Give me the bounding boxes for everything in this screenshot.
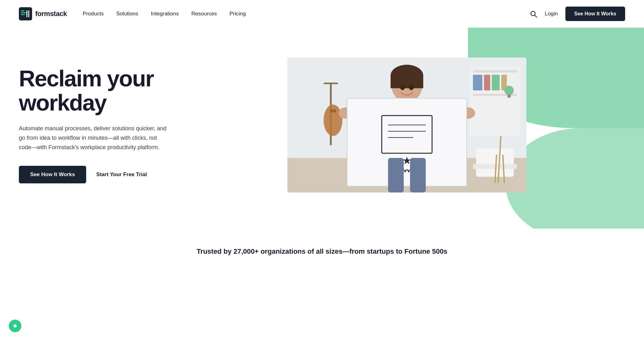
search-icon [530, 10, 537, 18]
svg-rect-50 [410, 158, 426, 192]
svg-rect-4 [26, 10, 27, 17]
nav-integrations[interactable]: Integrations [151, 11, 179, 17]
svg-point-48 [409, 84, 414, 90]
trust-text: Trusted by 27,000+ organizations of all … [19, 247, 625, 256]
svg-line-7 [535, 15, 537, 17]
svg-rect-2 [21, 12, 26, 13]
nav-pricing[interactable]: Pricing [230, 11, 246, 17]
svg-rect-1 [21, 10, 25, 11]
svg-rect-15 [492, 75, 500, 90]
hero-section: Reclaim your workday Automate manual pro… [0, 28, 644, 229]
hero-secondary-link[interactable]: Start Your Free Trial [96, 171, 147, 178]
nav-actions: Login See How It Works [530, 7, 625, 21]
svg-rect-25 [473, 164, 517, 169]
hero-illustration [287, 57, 526, 192]
trust-section: Trusted by 27,000+ organizations of all … [0, 229, 644, 268]
svg-point-47 [400, 84, 405, 90]
hero-primary-button[interactable]: See How It Works [19, 166, 86, 183]
svg-rect-0 [19, 7, 32, 20]
main-nav: formstack Products Solutions Integration… [0, 0, 644, 28]
hero-buttons: See How It Works Start Your Free Trial [19, 166, 170, 183]
hero-image [287, 57, 526, 192]
hero-right [189, 57, 625, 192]
logo-text: formstack [35, 10, 67, 18]
svg-rect-5 [28, 10, 29, 17]
svg-rect-18 [504, 86, 514, 95]
svg-rect-12 [473, 70, 517, 73]
logo-icon [19, 7, 32, 20]
svg-rect-21 [324, 83, 338, 84]
svg-point-29 [490, 120, 512, 136]
svg-point-6 [531, 11, 535, 16]
search-button[interactable] [530, 10, 537, 18]
logo-link[interactable]: formstack [19, 7, 67, 20]
nav-cta-button[interactable]: See How It Works [565, 7, 625, 21]
svg-rect-19 [508, 95, 511, 98]
svg-rect-23 [330, 109, 336, 112]
svg-rect-3 [21, 14, 25, 15]
login-link[interactable]: Login [545, 11, 558, 17]
svg-rect-14 [484, 75, 490, 90]
svg-rect-13 [473, 75, 482, 90]
nav-resources[interactable]: Resources [192, 11, 217, 17]
hero-headline: Reclaim your workday [19, 67, 170, 116]
hero-left: Reclaim your workday Automate manual pro… [19, 67, 170, 184]
hero-subtext: Automate manual processes, deliver solut… [19, 124, 170, 152]
svg-rect-49 [388, 158, 404, 192]
svg-rect-38 [347, 98, 467, 186]
nav-solutions[interactable]: Solutions [116, 11, 138, 17]
nav-links: Products Solutions Integrations Resource… [83, 11, 530, 17]
svg-rect-32 [391, 76, 423, 88]
nav-products[interactable]: Products [83, 11, 104, 17]
